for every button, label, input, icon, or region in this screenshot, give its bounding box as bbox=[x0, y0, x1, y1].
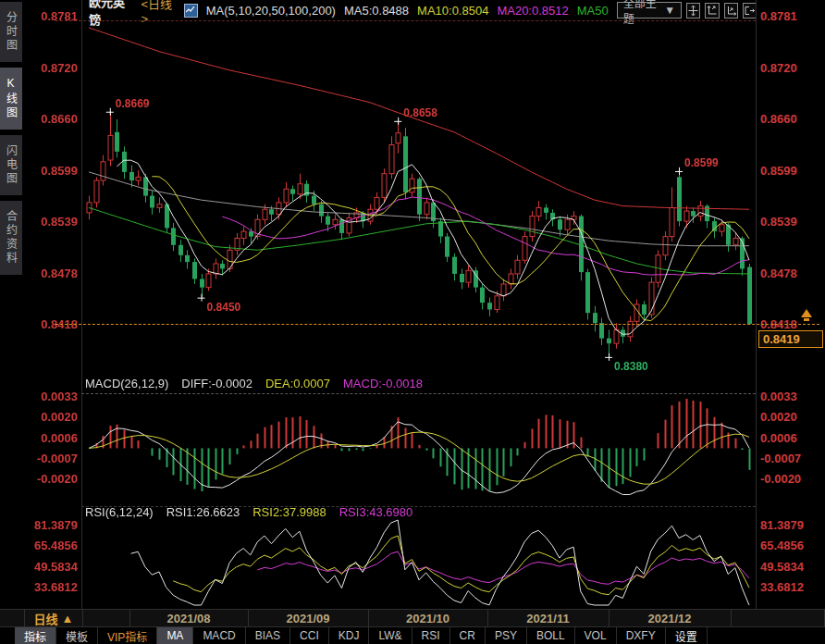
date-cell: 2021/11 bbox=[487, 610, 610, 626]
price-up-arrow-stem bbox=[804, 318, 809, 321]
y-axis-label: 49.5834 bbox=[760, 562, 804, 573]
rsi2-value: RSI2:37.9988 bbox=[252, 505, 326, 519]
sidebar-item-contract-info[interactable]: 合约资料 bbox=[0, 201, 22, 275]
price-up-arrow-icon[interactable] bbox=[801, 309, 812, 317]
toolbar-item-MA[interactable]: MA bbox=[157, 627, 193, 644]
y-axis-label: 81.3879 bbox=[760, 520, 804, 531]
plot-left-border bbox=[81, 0, 82, 609]
toolbar-item-VOL[interactable]: VOL bbox=[575, 627, 617, 644]
top-gridline bbox=[55, 20, 756, 21]
date-cell: 2021/08 bbox=[129, 610, 249, 626]
trading-terminal: 欧元英镑 <日线> MA(5,10,20,50,100,200) MA5:0.8… bbox=[0, 0, 825, 644]
y-axis-label: 0.8539 bbox=[760, 217, 797, 228]
toolbar-item-PSY[interactable]: PSY bbox=[486, 627, 527, 644]
main-chart-canvas[interactable] bbox=[81, 7, 756, 381]
y-axis-label: 49.5834 bbox=[26, 562, 78, 573]
y-axis-label: 0.0033 bbox=[26, 391, 78, 402]
toolbar-item-CCI[interactable]: CCI bbox=[290, 627, 329, 644]
y-axis-label: 0.0006 bbox=[760, 433, 797, 444]
toolbar-item-KDJ[interactable]: KDJ bbox=[329, 627, 370, 644]
period-up-arrow-icon: ▲ bbox=[62, 612, 74, 625]
macd-dea-value: DEA:0.0007 bbox=[265, 377, 330, 390]
toolbar-item-RSI[interactable]: RSI bbox=[412, 627, 450, 644]
y-axis-label: 0.8720 bbox=[26, 63, 78, 74]
toolbar-item-BIAS[interactable]: BIAS bbox=[246, 627, 290, 644]
y-axis-label: 0.8660 bbox=[760, 114, 797, 125]
rsi1-value: RSI1:26.6623 bbox=[166, 505, 240, 519]
x-axis-row: 日线 ▲ 2021/082021/092021/102021/112021/12 bbox=[0, 609, 825, 627]
y-axis-label: 0.8720 bbox=[760, 63, 797, 74]
y-axis-label: 33.6812 bbox=[26, 582, 78, 593]
macd-header-row: MACD(26,12,9) DIFF:-0.0002 DEA:0.0007 MA… bbox=[85, 377, 423, 390]
y-axis-label: 65.4856 bbox=[760, 540, 804, 551]
y-axis-label: -0.0020 bbox=[26, 474, 78, 485]
macd-panel-canvas[interactable] bbox=[81, 394, 756, 504]
plot-right-border bbox=[756, 0, 757, 609]
date-cell-stub bbox=[731, 610, 825, 626]
y-axis-label: 0.0006 bbox=[26, 433, 78, 444]
toolbar-item-CR[interactable]: CR bbox=[450, 627, 486, 644]
rsi-header-row: RSI(6,12,24) RSI1:26.6623 RSI2:37.9988 R… bbox=[85, 505, 412, 519]
y-axis-label: 0.8599 bbox=[760, 166, 797, 177]
macd-separator bbox=[81, 393, 756, 394]
toolbar-item-VIP指标[interactable]: VIP指标 bbox=[98, 627, 157, 644]
toolbar-item-DXFY[interactable]: DXFY bbox=[617, 627, 666, 644]
y-axis-label: -0.0020 bbox=[760, 474, 801, 485]
sidebar-item-time-chart[interactable]: 分时图 bbox=[0, 2, 22, 62]
toolbar-item-MACD[interactable]: MACD bbox=[193, 627, 245, 644]
date-cell: 2021/12 bbox=[609, 610, 732, 626]
macd-title: MACD(26,12,9) bbox=[85, 377, 168, 390]
rsi3-value: RSI3:43.6980 bbox=[339, 505, 413, 519]
y-axis-label: -0.0007 bbox=[760, 453, 801, 464]
toolbar-item-模板[interactable]: 模板 bbox=[56, 627, 98, 644]
rsi-title: RSI(6,12,24) bbox=[85, 505, 154, 519]
date-cell: 2021/10 bbox=[368, 610, 488, 626]
date-cell-stub bbox=[81, 610, 130, 626]
date-cell: 2021/09 bbox=[248, 610, 369, 626]
y-axis-label: 0.8478 bbox=[26, 268, 78, 279]
toolbar-item-BOLL[interactable]: BOLL bbox=[527, 627, 575, 644]
macd-macd-value: MACD:-0.0018 bbox=[343, 377, 423, 390]
y-axis-label: 0.0020 bbox=[760, 412, 797, 423]
y-axis-label: 0.8781 bbox=[26, 11, 78, 22]
sidebar-item-kline-chart[interactable]: K线图 bbox=[0, 68, 22, 130]
y-axis-label: 0.8478 bbox=[760, 268, 797, 279]
y-axis-label: 81.3879 bbox=[26, 520, 78, 531]
macd-diff-value: DIFF:-0.0002 bbox=[181, 377, 252, 390]
chart-mode-sidebar: 分时图 K线图 闪电图 合约资料 bbox=[0, 2, 24, 275]
y-axis-label: 0.0020 bbox=[26, 412, 78, 423]
sidebar-item-flash-chart[interactable]: 闪电图 bbox=[0, 135, 22, 195]
toolbar-item-指标[interactable]: 指标 bbox=[15, 627, 56, 644]
y-axis-label: 0.8599 bbox=[26, 166, 78, 177]
y-axis-label: 0.8418 bbox=[760, 319, 797, 330]
rsi-panel-canvas[interactable] bbox=[81, 507, 756, 607]
y-axis-label: -0.0007 bbox=[26, 453, 78, 464]
period-selector[interactable]: 日线 ▲ bbox=[24, 610, 83, 626]
y-axis-label: 0.8418 bbox=[26, 319, 78, 330]
y-axis-label: 0.8781 bbox=[760, 11, 797, 22]
y-axis-label: 65.4856 bbox=[26, 540, 78, 551]
current-price-badge: 0.8419 bbox=[758, 330, 823, 348]
y-axis-label: 0.8539 bbox=[26, 217, 78, 228]
y-axis-label: 33.6812 bbox=[760, 582, 804, 593]
y-axis-label: 0.8660 bbox=[26, 114, 78, 125]
indicator-toolbar: 指标模板VIP指标MAMACDBIASCCIKDJLW&RSICRPSYBOLL… bbox=[0, 627, 825, 644]
current-price-line bbox=[55, 324, 819, 325]
toolbar-item-设置[interactable]: 设置 bbox=[666, 627, 708, 644]
y-axis-label: 0.0033 bbox=[760, 391, 797, 402]
toolbar-item-LW&[interactable]: LW& bbox=[369, 627, 412, 644]
